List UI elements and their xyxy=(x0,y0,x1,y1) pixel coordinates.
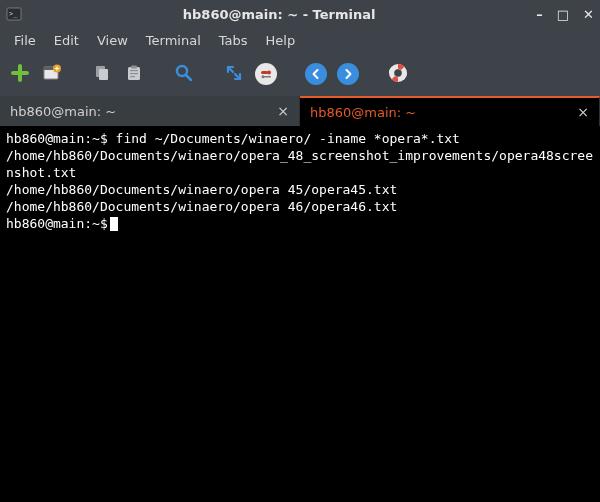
text-cursor xyxy=(110,217,118,231)
window-controls: – □ ✕ xyxy=(536,8,594,21)
paste-button[interactable] xyxy=(122,62,146,86)
app-icon: >_ xyxy=(6,6,22,22)
arrow-left-icon xyxy=(305,63,327,85)
fullscreen-icon xyxy=(225,64,243,85)
close-window-button[interactable]: ✕ xyxy=(583,8,594,21)
tab-1[interactable]: hb860@main: ~ × xyxy=(300,96,600,126)
svg-point-16 xyxy=(262,75,265,78)
menu-file[interactable]: File xyxy=(6,30,44,51)
tab-0[interactable]: hb860@main: ~ × xyxy=(0,96,300,126)
copy-button[interactable] xyxy=(90,62,114,86)
prompt: hb860@main:~$ xyxy=(6,131,116,146)
svg-rect-13 xyxy=(261,71,268,74)
tab-label: hb860@main: ~ xyxy=(310,105,416,120)
terminal-viewport[interactable]: hb860@main:~$ find ~/Documents/winaero/ … xyxy=(0,126,600,502)
output-line: /home/hb860/Documents/winaero/opera 45/o… xyxy=(6,182,397,197)
prompt: hb860@main:~$ xyxy=(6,216,108,231)
menu-edit[interactable]: Edit xyxy=(46,30,87,51)
new-window-button[interactable] xyxy=(40,62,64,86)
copy-icon xyxy=(93,64,111,85)
plus-icon xyxy=(11,64,29,85)
tab-close-button[interactable]: × xyxy=(277,103,289,119)
toolbar xyxy=(0,52,600,96)
svg-rect-6 xyxy=(99,69,108,80)
search-icon xyxy=(174,63,194,86)
menu-tabs[interactable]: Tabs xyxy=(211,30,256,51)
back-button[interactable] xyxy=(304,62,328,86)
arrow-right-icon xyxy=(337,63,359,85)
svg-point-14 xyxy=(267,71,271,75)
preferences-button[interactable] xyxy=(254,62,278,86)
menu-terminal[interactable]: Terminal xyxy=(138,30,209,51)
minimize-button[interactable]: – xyxy=(536,8,543,21)
tab-close-button[interactable]: × xyxy=(577,104,589,120)
svg-rect-9 xyxy=(130,70,138,71)
svg-rect-15 xyxy=(264,76,271,78)
svg-text:>_: >_ xyxy=(9,10,18,18)
menubar: File Edit View Terminal Tabs Help xyxy=(0,28,600,52)
menu-help[interactable]: Help xyxy=(258,30,304,51)
svg-rect-8 xyxy=(131,65,137,68)
command-text: find ~/Documents/winaero/ -iname *opera*… xyxy=(116,131,460,146)
output-line: /home/hb860/Documents/winaero/opera 46/o… xyxy=(6,199,397,214)
tab-bar: hb860@main: ~ × hb860@main: ~ × xyxy=(0,96,600,126)
help-button[interactable] xyxy=(386,62,410,86)
search-button[interactable] xyxy=(172,62,196,86)
lifebuoy-icon xyxy=(387,62,409,87)
window-title: hb860@main: ~ - Terminal xyxy=(28,7,530,22)
titlebar: >_ hb860@main: ~ - Terminal – □ ✕ xyxy=(0,0,600,28)
preferences-icon xyxy=(255,63,277,85)
new-window-icon xyxy=(43,64,61,85)
tab-label: hb860@main: ~ xyxy=(10,104,116,119)
svg-rect-11 xyxy=(130,76,135,77)
svg-rect-10 xyxy=(130,73,138,74)
forward-button[interactable] xyxy=(336,62,360,86)
paste-icon xyxy=(125,64,143,85)
menu-view[interactable]: View xyxy=(89,30,136,51)
maximize-button[interactable]: □ xyxy=(557,8,569,21)
output-line: /home/hb860/Documents/winaero/opera_48_s… xyxy=(6,148,593,180)
new-tab-button[interactable] xyxy=(8,62,32,86)
fullscreen-button[interactable] xyxy=(222,62,246,86)
